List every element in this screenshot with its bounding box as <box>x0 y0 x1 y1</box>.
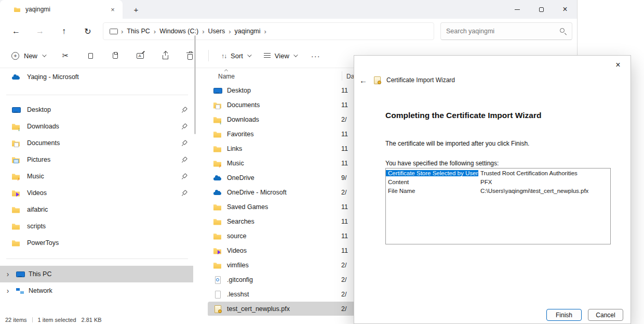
file-row[interactable]: Downloads 2/ <box>208 112 355 127</box>
selection-size: 2.81 KB <box>82 317 102 323</box>
sidebar-item-aifabric[interactable]: aifabric <box>0 201 193 218</box>
folder-icon <box>213 232 222 241</box>
settings-row-certificate-store[interactable]: Certificate Store Selected by User Trust… <box>386 169 610 177</box>
sidebar-item-label: Desktop <box>27 106 51 113</box>
delete-button[interactable] <box>179 47 201 64</box>
cancel-button[interactable]: Cancel <box>588 309 623 321</box>
sidebar-item-this-pc[interactable]: This PC <box>0 266 193 282</box>
sidebar-scrollbar[interactable] <box>194 35 196 134</box>
file-row[interactable]: Searches 11 <box>208 214 355 229</box>
file-row[interactable]: Desktop 11 <box>208 83 355 98</box>
maximize-button[interactable] <box>529 0 553 19</box>
wizard-header: Certificate Import Wizard <box>359 74 455 86</box>
tab-close-icon[interactable] <box>108 5 117 14</box>
sidebar-item-label: Documents <box>27 139 60 147</box>
rename-icon <box>137 53 144 59</box>
file-row[interactable]: Favorites 11 <box>208 127 355 141</box>
sidebar-item-label: Videos <box>27 189 47 197</box>
search-input[interactable] <box>446 28 555 35</box>
view-button[interactable]: View <box>259 47 302 64</box>
search-box[interactable] <box>440 22 572 40</box>
sidebar-item-videos[interactable]: Videos <box>0 185 193 201</box>
file-row-selected[interactable]: test_cert_newplus.pfx 2/ <box>208 302 355 316</box>
file-row[interactable]: Saved Games 11 <box>208 200 355 214</box>
rename-button[interactable] <box>129 47 151 64</box>
pin-icon <box>181 123 187 129</box>
sidebar-item-powertoys[interactable]: PowerToys <box>0 235 193 251</box>
chevron-right-icon <box>202 28 204 35</box>
pin-icon <box>181 157 187 163</box>
chevron-right-icon <box>264 28 266 35</box>
sidebar-item-downloads[interactable]: Downloads <box>0 118 193 135</box>
documents-folder-icon <box>213 101 222 110</box>
file-name: source <box>227 232 247 240</box>
sidebar-item-documents[interactable]: Documents <box>0 135 193 151</box>
finish-button[interactable]: Finish <box>546 309 582 321</box>
sidebar-item-scripts[interactable]: scripts <box>0 218 193 235</box>
file-row[interactable]: .lesshst 2/ <box>208 287 355 302</box>
paste-button[interactable] <box>104 47 126 64</box>
plus-icon <box>11 52 19 60</box>
sidebar-item-network[interactable]: Network <box>0 282 193 299</box>
dialog-close-button[interactable] <box>610 59 626 71</box>
back-button[interactable] <box>4 22 28 41</box>
file-row[interactable]: Videos 11 <box>208 243 355 258</box>
chevron-right-icon <box>154 28 156 35</box>
chevron-right-icon[interactable] <box>4 270 11 278</box>
explorer-tab[interactable]: yaqingmi <box>0 0 123 19</box>
status-divider <box>32 317 33 322</box>
pin-icon <box>181 107 187 113</box>
music-folder-icon <box>213 159 222 168</box>
breadcrumb-item-windows-c[interactable]: Windows (C:) <box>159 28 198 35</box>
back-arrow-icon[interactable] <box>359 76 367 85</box>
column-divider[interactable] <box>342 71 342 81</box>
view-button-label: View <box>275 52 289 60</box>
minimize-button[interactable] <box>505 0 529 19</box>
sidebar-item-pictures[interactable]: Pictures <box>0 151 193 168</box>
breadcrumb-item-users[interactable]: Users <box>208 28 225 35</box>
file-name: test_cert_newplus.pfx <box>227 305 290 313</box>
breadcrumb-item-yaqingmi[interactable]: yaqingmi <box>235 28 261 35</box>
folder-icon <box>213 130 222 139</box>
settings-row-content[interactable]: Content PFX <box>386 177 610 186</box>
videos-icon <box>11 189 20 198</box>
more-options-button[interactable] <box>305 47 327 64</box>
new-tab-button[interactable] <box>131 4 141 15</box>
file-date: 2/ <box>341 276 346 283</box>
close-button[interactable] <box>553 0 577 19</box>
up-button[interactable] <box>52 22 76 41</box>
breadcrumb-item-this-pc[interactable]: This PC <box>127 28 150 35</box>
sidebar-item-desktop[interactable]: Desktop <box>0 101 193 118</box>
forward-button[interactable] <box>28 22 52 41</box>
status-bar: 22 items 1 item selected 2.81 KB <box>0 316 107 324</box>
copy-button[interactable] <box>79 47 101 64</box>
file-name: Videos <box>227 247 247 254</box>
file-row[interactable]: OneDrive - Microsoft 2/ <box>208 185 355 200</box>
toolbar-divider <box>208 50 209 61</box>
refresh-button[interactable] <box>76 22 100 41</box>
chevron-right-icon <box>121 28 123 35</box>
file-row[interactable]: vimfiles 2/ <box>208 258 355 273</box>
file-row[interactable]: source 11 <box>208 229 355 243</box>
file-row[interactable]: .gitconfig 2/ <box>208 273 355 287</box>
setting-value: Trusted Root Certification Authorities <box>478 170 578 176</box>
file-row[interactable]: Music 11 <box>208 156 355 171</box>
cut-button[interactable] <box>55 47 76 64</box>
share-button[interactable] <box>154 47 176 64</box>
column-header-name[interactable]: Name <box>218 73 235 80</box>
settings-row-file-name[interactable]: File Name C:\Users\yaqingmi\test_cert_ne… <box>386 186 610 195</box>
folder-icon <box>213 145 222 153</box>
chevron-down-icon <box>42 53 46 57</box>
chevron-right-icon[interactable] <box>4 287 11 295</box>
file-date: 11 <box>341 145 348 152</box>
file-name: .lesshst <box>227 291 249 298</box>
file-row[interactable]: OneDrive 9/ <box>208 171 355 185</box>
sort-button[interactable]: Sort <box>216 47 256 64</box>
wizard-title: Certificate Import Wizard <box>386 76 455 84</box>
new-button[interactable]: New <box>5 47 51 64</box>
wizard-description: The certificate will be imported after y… <box>385 140 529 147</box>
sidebar-item-music[interactable]: Music <box>0 168 193 185</box>
sidebar-item-onedrive[interactable]: Yaqing - Microsoft <box>0 69 193 85</box>
file-row[interactable]: Documents 11 <box>208 98 355 112</box>
file-row[interactable]: Links 11 <box>208 141 355 156</box>
